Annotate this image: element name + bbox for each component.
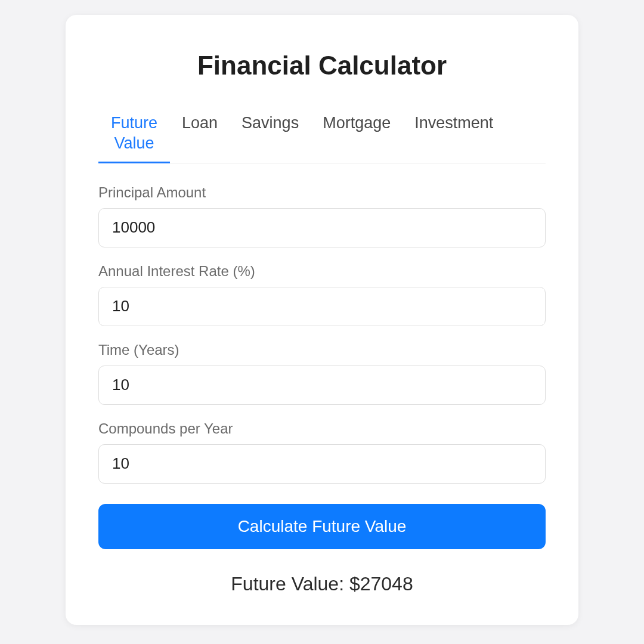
tab-savings[interactable]: Savings [230,113,311,163]
principal-field: Principal Amount [98,184,546,247]
compounds-field: Compounds per Year [98,420,546,484]
principal-input[interactable] [98,208,546,247]
time-field: Time (Years) [98,342,546,405]
compounds-input[interactable] [98,444,546,484]
tab-loan[interactable]: Loan [170,113,230,163]
result-text: Future Value: $27048 [98,573,546,595]
tab-future-value[interactable]: Future Value [98,113,170,163]
principal-label: Principal Amount [98,184,546,201]
rate-field: Annual Interest Rate (%) [98,263,546,326]
rate-input[interactable] [98,287,546,326]
calculate-button[interactable]: Calculate Future Value [98,504,546,549]
time-label: Time (Years) [98,342,546,358]
tab-mortgage[interactable]: Mortgage [311,113,402,163]
time-input[interactable] [98,366,546,405]
tabs-bar: Future Value Loan Savings Mortgage Inves… [98,113,546,163]
rate-label: Annual Interest Rate (%) [98,263,546,280]
page-title: Financial Calculator [98,51,546,80]
calculator-card: Financial Calculator Future Value Loan S… [66,15,578,625]
tab-investment[interactable]: Investment [402,113,505,163]
compounds-label: Compounds per Year [98,420,546,437]
